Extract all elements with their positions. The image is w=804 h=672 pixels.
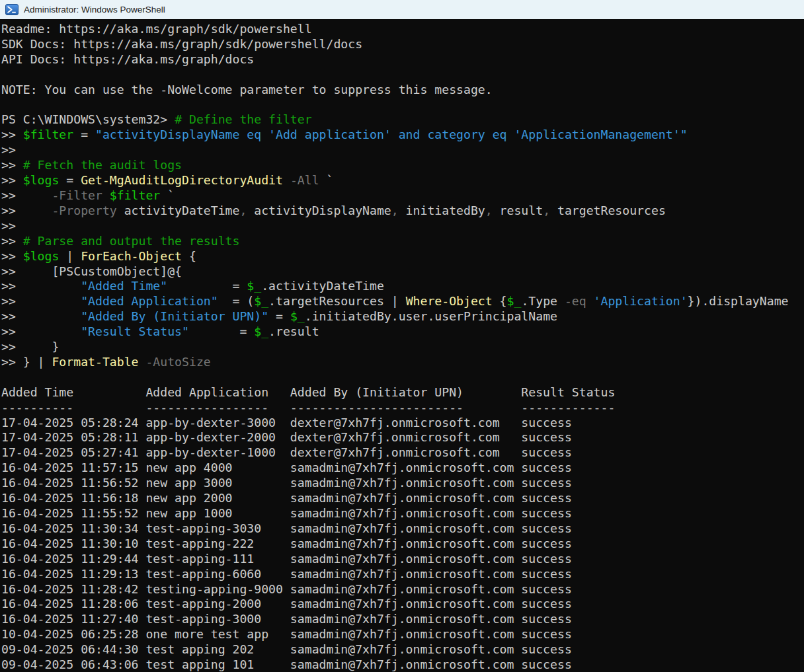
terminal-line [1,370,804,385]
terminal-line: >> # Parse and output the results [1,234,804,249]
titlebar[interactable]: Administrator: Windows PowerShell [0,0,804,19]
terminal-line: >> # Fetch the audit logs [1,158,804,173]
terminal-line: SDK Docs: https://aka.ms/graph/sdk/power… [1,37,804,52]
terminal-line: >> } | Format-Table -AutoSize [1,355,804,370]
powershell-icon [5,4,19,15]
table-row: 16-04-2025 11:28:06 test-apping-2000 sam… [1,597,804,612]
terminal-line: >> $filter = "activityDisplayName eq 'Ad… [1,128,804,143]
terminal-line: >> $logs = Get-MgAuditLogDirectoryAudit … [1,173,804,188]
terminal-line: PS C:\WINDOWS\system32> # Define the fil… [1,112,804,128]
table-row: 16-04-2025 11:29:13 test-apping-6060 sam… [1,567,804,582]
table-row: 17-04-2025 05:28:24 app-by-dexter-3000 d… [1,416,804,431]
table-row: 16-04-2025 11:30:34 test-apping-3030 sam… [1,521,804,537]
terminal-output: Readme: https://aka.ms/graph/sdk/powersh… [0,19,804,672]
table-row: 09-04-2025 06:43:06 test apping 101 sama… [1,657,804,672]
table-row: 16-04-2025 11:55:52 new app 1000 samadmi… [1,506,804,521]
terminal[interactable]: Readme: https://aka.ms/graph/sdk/powersh… [0,19,804,672]
terminal-line: >> $logs | ForEach-Object { [1,249,804,264]
terminal-line: >> -Filter $filter ` [1,188,804,204]
terminal-line: NOTE: You can use the -NoWelcome paramet… [1,83,804,98]
terminal-line: >> } [1,340,804,355]
terminal-line: API Docs: https://aka.ms/graph/docs [1,52,804,67]
table-row: 16-04-2025 11:57:15 new app 4000 samadmi… [1,461,804,476]
terminal-line: >> "Added Time" = $_.activityDateTime [1,279,804,294]
terminal-line: >> [PSCustomObject]@{ [1,264,804,280]
terminal-line: >> [1,219,804,234]
terminal-line [1,67,804,83]
table-row: 09-04-2025 06:44:30 test apping 202 sama… [1,642,804,657]
terminal-line: >> "Result Status" = $_.result [1,324,804,340]
terminal-line [1,98,804,113]
table-row: 16-04-2025 11:30:10 test-apping-222 sama… [1,537,804,552]
table-row: 16-04-2025 11:29:44 test-apping-111 sama… [1,552,804,567]
table-row: 10-04-2025 06:25:28 one more test app sa… [1,627,804,642]
table-row: 16-04-2025 11:56:18 new app 2000 samadmi… [1,491,804,506]
window-title: Administrator: Windows PowerShell [24,5,165,15]
table-row: 16-04-2025 11:28:42 testing-apping-9000 … [1,582,804,597]
table-row: 16-04-2025 11:27:40 test-apping-3000 sam… [1,612,804,627]
terminal-line: >> -Property activityDateTime, activityD… [1,204,804,219]
terminal-line: >> "Added Application" = ($_.targetResou… [1,294,804,309]
table-row: 17-04-2025 05:28:11 app-by-dexter-2000 d… [1,430,804,445]
terminal-line: >> [1,143,804,158]
powershell-window: Administrator: Windows PowerShell Readme… [0,0,804,672]
table-header-row: Added Time Added Application Added By (I… [1,385,804,400]
terminal-line: Readme: https://aka.ms/graph/sdk/powersh… [1,22,804,37]
table-underline-row: ---------- ----------------- -----------… [1,400,804,416]
terminal-line: >> "Added By (Initiator UPN)" = $_.initi… [1,309,804,324]
table-row: 17-04-2025 05:27:41 app-by-dexter-1000 d… [1,445,804,461]
table-row: 16-04-2025 11:56:52 new app 3000 samadmi… [1,476,804,491]
